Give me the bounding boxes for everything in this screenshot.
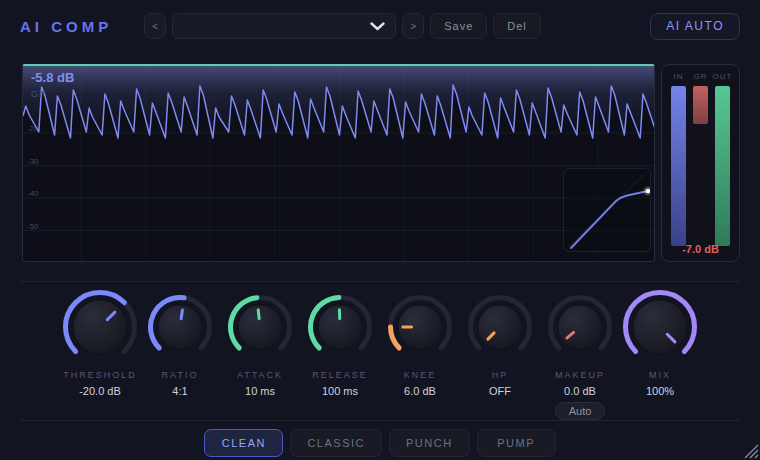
mix-knob[interactable] <box>622 287 698 367</box>
meter-bar <box>715 86 730 246</box>
threshold-knob[interactable] <box>62 287 138 367</box>
transfer-curve <box>564 169 650 251</box>
plugin-title: AI COMP <box>20 18 112 35</box>
ratio-value[interactable]: 4:1 <box>172 385 187 397</box>
mode-button-classic[interactable]: CLASSIC <box>290 429 382 457</box>
meter-panel: INGROUT -7.0 dB <box>661 64 740 262</box>
makeup-auto-button[interactable]: Auto <box>555 402 605 420</box>
attack-value[interactable]: 10 ms <box>245 385 275 397</box>
threshold-value[interactable]: -20.0 dB <box>79 385 121 397</box>
meter-track <box>671 86 686 246</box>
release-value[interactable]: 100 ms <box>322 385 358 397</box>
release-label: RELEASE <box>312 370 368 380</box>
gr-sub-label: GR <box>31 89 47 99</box>
gain-reduction-display: -20-30-40-50 -5.8 dB GR <box>22 64 655 262</box>
resize-handle-icon[interactable] <box>743 443 759 459</box>
meter-track <box>693 86 708 246</box>
attack-knob-pointer <box>258 310 259 319</box>
grid-label: -30 <box>27 157 39 166</box>
meter-label: IN <box>674 72 684 81</box>
hp-label: HP <box>492 370 509 380</box>
save-button[interactable]: Save <box>430 13 487 39</box>
knob-group-hp: HPOFF <box>460 287 540 420</box>
del-button[interactable]: Del <box>493 13 541 39</box>
knob-group-makeup: MAKEUP0.0 dBAuto <box>540 287 620 420</box>
chevron-down-icon <box>370 22 385 31</box>
attack-knob[interactable] <box>227 287 293 367</box>
plugin-window: AI COMP < > Save Del AI AUTO -20-30-40-5… <box>0 0 760 460</box>
mode-buttons: CLEANCLASSICPUNCHPUMP <box>0 421 760 457</box>
ai-auto-button[interactable]: AI AUTO <box>650 13 740 40</box>
knob-row: THRESHOLD-20.0 dBRATIO4:1ATTACK10 msRELE… <box>0 282 760 420</box>
mode-button-pump[interactable]: PUMP <box>477 429 556 457</box>
knob-group-ratio: RATIO4:1 <box>140 287 220 420</box>
output-gain-readout: -7.0 dB <box>662 243 739 255</box>
meter-gr: GR <box>690 72 711 246</box>
knee-knob[interactable] <box>387 287 453 367</box>
preset-controls: < > Save Del <box>144 13 541 39</box>
meter-bar <box>693 86 708 124</box>
knob-group-release: RELEASE100 ms <box>300 287 380 420</box>
makeup-value[interactable]: 0.0 dB <box>564 385 596 397</box>
preset-prev-button[interactable]: < <box>144 13 166 39</box>
meter-out: OUT <box>712 72 733 246</box>
meter-label: GR <box>694 72 708 81</box>
preset-dropdown[interactable] <box>172 13 396 39</box>
threshold-label: THRESHOLD <box>63 370 137 380</box>
ratio-knob-pointer <box>181 310 182 319</box>
attack-label: ATTACK <box>237 370 283 380</box>
hp-value[interactable]: OFF <box>489 385 511 397</box>
makeup-knob[interactable] <box>547 287 613 367</box>
ratio-label: RATIO <box>162 370 199 380</box>
chevron-left-icon: < <box>152 21 158 32</box>
mode-button-clean[interactable]: CLEAN <box>204 429 283 457</box>
knob-group-threshold: THRESHOLD-20.0 dB <box>60 287 140 420</box>
meter-track <box>715 86 730 246</box>
ratio-knob[interactable] <box>147 287 213 367</box>
chevron-right-icon: > <box>410 21 416 32</box>
main-section: -20-30-40-50 -5.8 dB GR INGROUT -7.0 dB <box>22 64 740 262</box>
header-bar: AI COMP < > Save Del AI AUTO <box>0 0 760 52</box>
mix-label: MIX <box>649 370 671 380</box>
makeup-label: MAKEUP <box>555 370 605 380</box>
mode-button-punch[interactable]: PUNCH <box>389 429 470 457</box>
knee-label: KNEE <box>404 370 437 380</box>
knob-group-knee: KNEE6.0 dB <box>380 287 460 420</box>
knob-group-mix: MIX100% <box>620 287 700 420</box>
release-knob[interactable] <box>307 287 373 367</box>
meter-label: OUT <box>713 72 733 81</box>
meter-in: IN <box>668 72 689 246</box>
gr-waveform: -20-30-40-50 <box>23 66 654 262</box>
transfer-curve-panel <box>563 168 651 252</box>
mix-value[interactable]: 100% <box>646 385 674 397</box>
knee-value[interactable]: 6.0 dB <box>404 385 436 397</box>
meter-bar <box>671 86 686 246</box>
gr-readout: -5.8 dB <box>31 70 74 85</box>
preset-next-button[interactable]: > <box>402 13 424 39</box>
grid-label: -50 <box>27 222 39 231</box>
grid-label: -40 <box>27 189 39 198</box>
knob-group-attack: ATTACK10 ms <box>220 287 300 420</box>
hp-knob[interactable] <box>467 287 533 367</box>
